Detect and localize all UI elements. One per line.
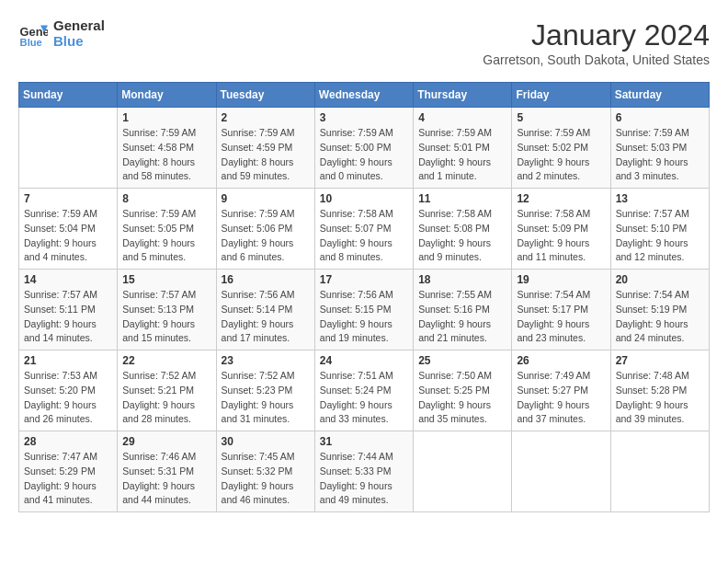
day-detail: Sunrise: 7:57 AMSunset: 5:13 PMDaylight:… xyxy=(122,288,210,346)
day-detail: Sunrise: 7:48 AMSunset: 5:28 PMDaylight:… xyxy=(616,369,704,427)
calendar-cell xyxy=(512,431,610,512)
calendar-cell: 29Sunrise: 7:46 AMSunset: 5:31 PMDayligh… xyxy=(118,431,216,512)
day-detail: Sunrise: 7:59 AMSunset: 5:05 PMDaylight:… xyxy=(122,207,210,265)
page-header: General Blue General Blue January 2024 G… xyxy=(18,18,710,67)
calendar-cell: 18Sunrise: 7:55 AMSunset: 5:16 PMDayligh… xyxy=(414,270,512,350)
day-detail: Sunrise: 7:59 AMSunset: 4:59 PMDaylight:… xyxy=(222,126,310,184)
logo-line1: General xyxy=(53,18,105,34)
day-number: 22 xyxy=(122,354,210,367)
day-detail: Sunrise: 7:59 AMSunset: 4:58 PMDaylight:… xyxy=(122,126,210,184)
svg-text:Blue: Blue xyxy=(20,36,42,47)
calendar-cell: 30Sunrise: 7:45 AMSunset: 5:32 PMDayligh… xyxy=(216,431,314,512)
day-detail: Sunrise: 7:59 AMSunset: 5:04 PMDaylight:… xyxy=(24,207,112,265)
day-detail: Sunrise: 7:58 AMSunset: 5:07 PMDaylight:… xyxy=(320,207,408,265)
day-detail: Sunrise: 7:58 AMSunset: 5:09 PMDaylight:… xyxy=(517,207,605,265)
day-number: 21 xyxy=(24,354,112,367)
calendar-table: SundayMondayTuesdayWednesdayThursdayFrid… xyxy=(18,82,710,512)
day-number: 31 xyxy=(320,435,408,448)
calendar-subtitle: Garretson, South Dakota, United States xyxy=(483,52,710,67)
calendar-cell: 6Sunrise: 7:59 AMSunset: 5:03 PMDaylight… xyxy=(610,108,709,189)
day-of-week-header: Sunday xyxy=(19,83,118,108)
day-number: 5 xyxy=(517,111,605,124)
calendar-cell: 10Sunrise: 7:58 AMSunset: 5:07 PMDayligh… xyxy=(314,189,413,270)
calendar-cell: 31Sunrise: 7:44 AMSunset: 5:33 PMDayligh… xyxy=(314,431,413,512)
day-number: 18 xyxy=(418,273,506,286)
logo-line2: Blue xyxy=(53,34,105,50)
day-detail: Sunrise: 7:56 AMSunset: 5:14 PMDaylight:… xyxy=(222,288,310,346)
day-detail: Sunrise: 7:59 AMSunset: 5:02 PMDaylight:… xyxy=(517,126,605,184)
day-detail: Sunrise: 7:59 AMSunset: 5:03 PMDaylight:… xyxy=(616,126,704,184)
logo: General Blue General Blue xyxy=(18,18,105,49)
calendar-cell: 23Sunrise: 7:52 AMSunset: 5:23 PMDayligh… xyxy=(216,350,314,431)
calendar-cell: 28Sunrise: 7:47 AMSunset: 5:29 PMDayligh… xyxy=(19,431,118,512)
day-of-week-header: Monday xyxy=(118,83,216,108)
calendar-cell: 12Sunrise: 7:58 AMSunset: 5:09 PMDayligh… xyxy=(512,189,610,270)
day-detail: Sunrise: 7:58 AMSunset: 5:08 PMDaylight:… xyxy=(418,207,506,265)
day-detail: Sunrise: 7:55 AMSunset: 5:16 PMDaylight:… xyxy=(418,288,506,346)
calendar-cell: 14Sunrise: 7:57 AMSunset: 5:11 PMDayligh… xyxy=(19,270,118,350)
day-number: 29 xyxy=(122,435,210,448)
day-detail: Sunrise: 7:54 AMSunset: 5:17 PMDaylight:… xyxy=(517,288,605,346)
calendar-cell xyxy=(19,108,118,189)
day-number: 17 xyxy=(320,273,408,286)
day-number: 6 xyxy=(616,111,704,124)
day-detail: Sunrise: 7:59 AMSunset: 5:06 PMDaylight:… xyxy=(222,207,310,265)
calendar-cell: 1Sunrise: 7:59 AMSunset: 4:58 PMDaylight… xyxy=(118,108,216,189)
day-number: 24 xyxy=(320,354,408,367)
calendar-cell: 19Sunrise: 7:54 AMSunset: 5:17 PMDayligh… xyxy=(512,270,610,350)
day-of-week-header: Saturday xyxy=(610,83,709,108)
calendar-cell: 20Sunrise: 7:54 AMSunset: 5:19 PMDayligh… xyxy=(610,270,709,350)
day-detail: Sunrise: 7:53 AMSunset: 5:20 PMDaylight:… xyxy=(24,369,112,427)
day-number: 25 xyxy=(418,354,506,367)
day-detail: Sunrise: 7:51 AMSunset: 5:24 PMDaylight:… xyxy=(320,369,408,427)
calendar-cell: 26Sunrise: 7:49 AMSunset: 5:27 PMDayligh… xyxy=(512,350,610,431)
day-detail: Sunrise: 7:47 AMSunset: 5:29 PMDaylight:… xyxy=(24,450,112,508)
calendar-cell: 21Sunrise: 7:53 AMSunset: 5:20 PMDayligh… xyxy=(19,350,118,431)
day-number: 3 xyxy=(320,111,408,124)
day-number: 28 xyxy=(24,435,112,448)
day-number: 8 xyxy=(122,192,210,205)
day-detail: Sunrise: 7:59 AMSunset: 5:00 PMDaylight:… xyxy=(320,126,408,184)
day-detail: Sunrise: 7:49 AMSunset: 5:27 PMDaylight:… xyxy=(517,369,605,427)
day-number: 13 xyxy=(616,192,704,205)
day-number: 2 xyxy=(222,111,310,124)
calendar-cell: 17Sunrise: 7:56 AMSunset: 5:15 PMDayligh… xyxy=(314,270,413,350)
title-block: January 2024 Garretson, South Dakota, Un… xyxy=(483,18,710,67)
day-number: 19 xyxy=(517,273,605,286)
day-number: 15 xyxy=(122,273,210,286)
day-number: 4 xyxy=(418,111,506,124)
day-detail: Sunrise: 7:50 AMSunset: 5:25 PMDaylight:… xyxy=(418,369,506,427)
calendar-header: SundayMondayTuesdayWednesdayThursdayFrid… xyxy=(19,83,710,108)
day-number: 27 xyxy=(616,354,704,367)
day-detail: Sunrise: 7:57 AMSunset: 5:11 PMDaylight:… xyxy=(24,288,112,346)
day-number: 10 xyxy=(320,192,408,205)
calendar-cell xyxy=(414,431,512,512)
day-number: 11 xyxy=(418,192,506,205)
day-number: 26 xyxy=(517,354,605,367)
calendar-cell: 27Sunrise: 7:48 AMSunset: 5:28 PMDayligh… xyxy=(610,350,709,431)
logo-icon: General Blue xyxy=(18,19,48,49)
day-of-week-header: Wednesday xyxy=(314,83,413,108)
day-number: 20 xyxy=(616,273,704,286)
calendar-cell: 22Sunrise: 7:52 AMSunset: 5:21 PMDayligh… xyxy=(118,350,216,431)
calendar-cell: 7Sunrise: 7:59 AMSunset: 5:04 PMDaylight… xyxy=(19,189,118,270)
calendar-cell: 5Sunrise: 7:59 AMSunset: 5:02 PMDaylight… xyxy=(512,108,610,189)
calendar-cell: 4Sunrise: 7:59 AMSunset: 5:01 PMDaylight… xyxy=(414,108,512,189)
day-of-week-header: Thursday xyxy=(414,83,512,108)
calendar-cell: 3Sunrise: 7:59 AMSunset: 5:00 PMDaylight… xyxy=(314,108,413,189)
calendar-cell: 25Sunrise: 7:50 AMSunset: 5:25 PMDayligh… xyxy=(414,350,512,431)
calendar-cell xyxy=(610,431,709,512)
day-number: 14 xyxy=(24,273,112,286)
day-detail: Sunrise: 7:46 AMSunset: 5:31 PMDaylight:… xyxy=(122,450,210,508)
day-number: 23 xyxy=(222,354,310,367)
calendar-title: January 2024 xyxy=(483,18,710,52)
day-detail: Sunrise: 7:56 AMSunset: 5:15 PMDaylight:… xyxy=(320,288,408,346)
calendar-cell: 8Sunrise: 7:59 AMSunset: 5:05 PMDaylight… xyxy=(118,189,216,270)
day-number: 30 xyxy=(222,435,310,448)
day-number: 9 xyxy=(222,192,310,205)
calendar-cell: 16Sunrise: 7:56 AMSunset: 5:14 PMDayligh… xyxy=(216,270,314,350)
calendar-cell: 24Sunrise: 7:51 AMSunset: 5:24 PMDayligh… xyxy=(314,350,413,431)
calendar-cell: 13Sunrise: 7:57 AMSunset: 5:10 PMDayligh… xyxy=(610,189,709,270)
day-detail: Sunrise: 7:45 AMSunset: 5:32 PMDaylight:… xyxy=(222,450,310,508)
day-detail: Sunrise: 7:52 AMSunset: 5:21 PMDaylight:… xyxy=(122,369,210,427)
